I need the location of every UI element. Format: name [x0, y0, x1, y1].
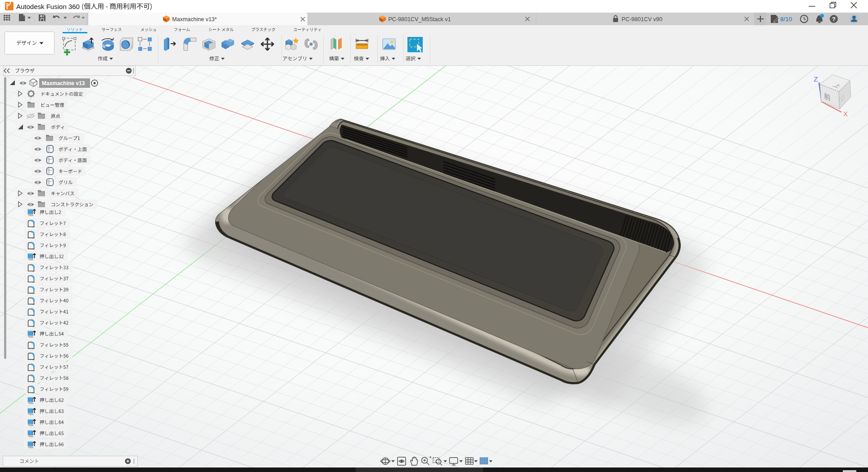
svg-text:Z: Z [814, 75, 818, 83]
svg-text:?: ? [832, 16, 836, 23]
svg-text:PC-9801CV_M5Stack v1: PC-9801CV_M5Stack v1 [389, 16, 451, 23]
svg-text:PC-9801CV v90: PC-9801CV v90 [622, 16, 662, 23]
svg-text:Maxmachine v13*: Maxmachine v13* [172, 16, 217, 23]
svg-text:Maxmachine v13: Maxmachine v13 [42, 80, 85, 86]
svg-text:X: X [843, 110, 848, 118]
svg-text:8/10: 8/10 [780, 16, 792, 23]
svg-text:Autodesk Fusion 360: Autodesk Fusion 360 [16, 3, 80, 10]
